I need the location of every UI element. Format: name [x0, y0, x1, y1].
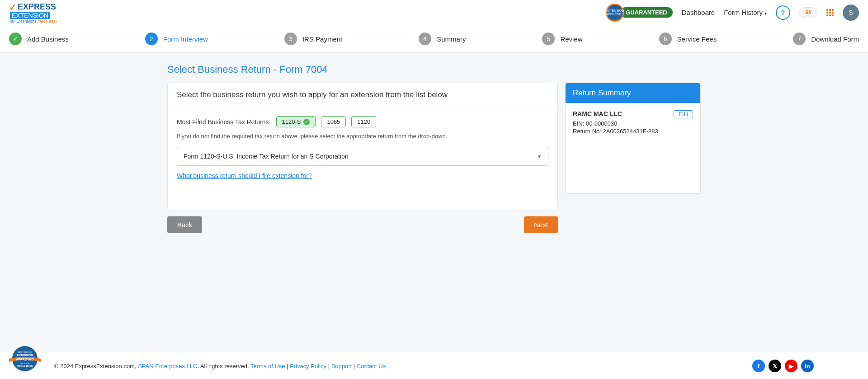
- footer-privacy-link[interactable]: Privacy Policy: [290, 363, 326, 370]
- progress-stepper: ✓ Add Business 2 Form Interview 3 IRS Pa…: [0, 25, 868, 53]
- step-label: Service Fees: [677, 35, 717, 43]
- step-label: Download Form: [811, 35, 859, 43]
- step-review[interactable]: 5 Review: [542, 33, 582, 45]
- nav-dashboard[interactable]: Dashboard: [682, 9, 715, 16]
- summary-ein: EIN: 00-0000030: [573, 120, 693, 127]
- page-title: Select Business Return - Form 7004: [167, 64, 701, 75]
- chevron-down-icon: ▾: [764, 11, 767, 16]
- most-filed-label: Most Filed Business Tax Returns:: [177, 118, 271, 126]
- step-number: 3: [284, 33, 297, 45]
- logo-tagline: Tax Extensions made easy: [9, 19, 57, 23]
- step-check-icon: ✓: [9, 33, 22, 45]
- ex-toggle-button[interactable]: EX: [799, 7, 817, 18]
- nav-form-history[interactable]: Form History▾: [724, 9, 767, 16]
- summary-business-name: RAMC MAC LLC: [573, 110, 622, 117]
- step-connector: [722, 39, 788, 39]
- guaranteed-badge: GUARANTEED: [620, 7, 673, 18]
- help-button[interactable]: ?: [776, 5, 790, 20]
- footer-company-link[interactable]: SPAN Enterprises LLC: [138, 363, 197, 370]
- edit-business-button[interactable]: Edit: [674, 110, 693, 118]
- step-label: Summary: [437, 35, 466, 43]
- step-connector: [471, 39, 537, 39]
- step-number: 6: [659, 33, 672, 45]
- footer-support-link[interactable]: Support: [331, 363, 352, 370]
- step-number: 2: [145, 33, 158, 45]
- apps-grid-icon[interactable]: [826, 9, 834, 16]
- logo[interactable]: ✓ EXPRESS EXTENSION Tax Extensions made …: [9, 2, 57, 23]
- return-pill-1120s[interactable]: 1120-S ✓: [276, 116, 316, 127]
- step-download-form[interactable]: 7 Download Form: [793, 33, 859, 45]
- step-label: Review: [560, 35, 582, 43]
- step-label: Add Business: [27, 35, 69, 43]
- return-summary-card: Return Summary RAMC MAC LLC Edit EIN: 00…: [565, 83, 701, 194]
- summary-return-no: Return No: 2A0036524431F-883: [573, 128, 693, 135]
- step-add-business[interactable]: ✓ Add Business: [9, 33, 69, 45]
- step-irs-payment[interactable]: 3 IRS Payment: [284, 33, 342, 45]
- logo-name2: EXTENSION: [10, 12, 50, 19]
- back-button[interactable]: Back: [167, 216, 202, 233]
- step-service-fees[interactable]: 6 Service Fees: [659, 33, 717, 45]
- card-subtitle: Select the business return you wish to a…: [168, 83, 557, 107]
- x-twitter-icon[interactable]: 𝕏: [769, 360, 781, 372]
- footer-terms-link[interactable]: Terms of Use: [250, 363, 285, 370]
- step-number: 4: [419, 33, 431, 45]
- summary-title: Return Summary: [566, 83, 700, 103]
- step-summary[interactable]: 4 Summary: [419, 33, 466, 45]
- linkedin-icon[interactable]: in: [801, 360, 814, 372]
- step-form-interview[interactable]: 2 Form Interview: [145, 33, 208, 45]
- next-button[interactable]: Next: [524, 216, 558, 233]
- step-connector: [588, 39, 654, 39]
- footer-contact-link[interactable]: Contact Us: [357, 363, 386, 370]
- step-label: Form Interview: [163, 35, 208, 43]
- dropdown-hint: If you do not find the required tax retu…: [177, 133, 548, 140]
- help-link-which-return[interactable]: What business return should I file exten…: [177, 172, 312, 179]
- guaranteed-seal-icon: EXTENSION APPROVED: [606, 4, 624, 22]
- header-right: EXTENSION APPROVED GUARANTEED Dashboard …: [606, 4, 859, 22]
- step-label: IRS Payment: [302, 35, 342, 43]
- return-pill-1120[interactable]: 1120: [351, 116, 376, 127]
- content-area: Select Business Return - Form 7004 Selec…: [0, 53, 868, 352]
- facebook-icon[interactable]: f: [752, 360, 765, 372]
- step-number: 5: [542, 33, 555, 45]
- step-connector: [74, 39, 140, 39]
- user-avatar[interactable]: S: [843, 5, 859, 21]
- step-number: 7: [793, 33, 806, 45]
- step-connector: [213, 39, 279, 39]
- chevron-down-icon: ▼: [537, 154, 542, 159]
- logo-name1: EXPRESS: [18, 2, 56, 12]
- youtube-icon[interactable]: ▶: [785, 360, 797, 372]
- return-pill-1065[interactable]: 1065: [321, 116, 346, 127]
- page-footer: © 2024 ExpressExtension.com, SPAN Enterp…: [0, 352, 868, 379]
- return-type-select[interactable]: Form 1120-S-U.S. Income Tax Return for a…: [177, 147, 548, 166]
- logo-check-icon: ✓: [9, 2, 17, 13]
- footer-copyright: © 2024 ExpressExtension.com, SPAN Enterp…: [54, 363, 386, 370]
- step-connector: [348, 39, 413, 39]
- app-header: ✓ EXPRESS EXTENSION Tax Extensions made …: [0, 0, 868, 25]
- select-return-card: Select the business return you wish to a…: [167, 83, 558, 209]
- check-icon: ✓: [303, 119, 310, 125]
